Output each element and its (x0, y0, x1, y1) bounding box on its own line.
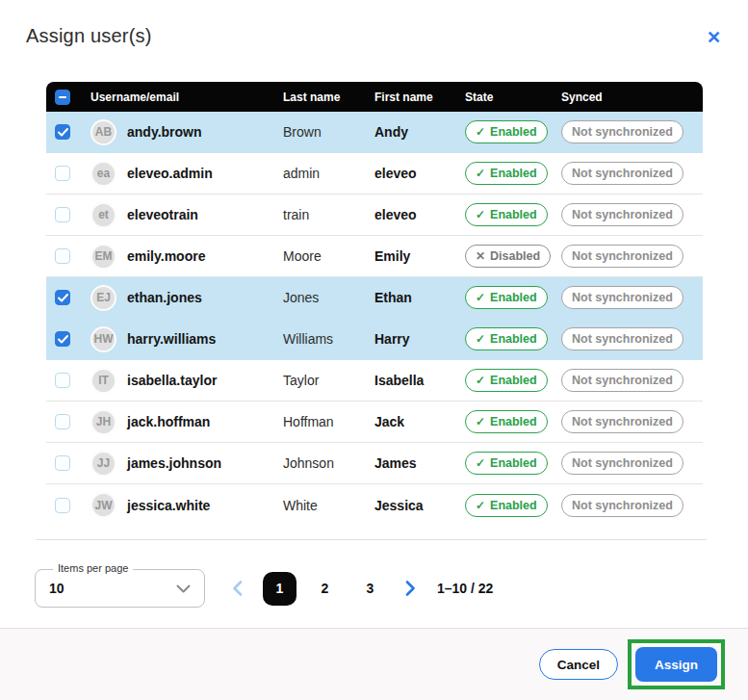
avatar: JW (90, 492, 116, 518)
table-row[interactable]: JJ james.johnson Johnson James ✓ Enabled… (46, 443, 703, 484)
table-row[interactable]: AB andy.brown Brown Andy ✓ Enabled Not s… (46, 112, 703, 153)
col-header-state[interactable]: State (465, 91, 561, 104)
dialog-title: Assign user(s) (26, 25, 152, 47)
state-badge: ✓ Enabled (465, 452, 548, 475)
first-name-text: eleveo (374, 207, 465, 222)
synced-badge: Not synchronized (561, 120, 684, 143)
username-text: ethan.jones (127, 290, 202, 305)
first-name-text: eleveo (374, 166, 465, 181)
row-checkbox[interactable] (55, 455, 70, 471)
page-range-text: 1–10 / 22 (437, 581, 493, 596)
row-checkbox[interactable] (55, 373, 70, 388)
avatar: HW (90, 326, 116, 352)
state-badge: ✓ Enabled (465, 327, 548, 350)
avatar: EM (90, 244, 116, 270)
avatar: JJ (90, 451, 116, 477)
row-checkbox[interactable] (55, 290, 70, 305)
username-text: jack.hoffman (127, 414, 210, 429)
state-badge: ✓ Enabled (465, 162, 548, 185)
page-button-1[interactable]: 1 (263, 572, 297, 606)
table-row[interactable]: IT isabella.taylor Taylor Isabella ✓ Ena… (46, 360, 703, 402)
avatar: ea (90, 161, 116, 187)
username-text: andy.brown (127, 124, 202, 140)
first-name-text: Jack (374, 414, 465, 429)
state-label: Enabled (490, 167, 537, 180)
users-table: Username/email Last name First name Stat… (46, 82, 703, 526)
row-checkbox[interactable] (55, 124, 70, 140)
first-name-text: James (374, 455, 465, 471)
table-row[interactable]: HW harry.williams Williams Harry ✓ Enabl… (46, 319, 703, 360)
divider (36, 539, 707, 540)
avatar: IT (90, 368, 116, 394)
state-label: Enabled (490, 332, 537, 346)
first-name-text: Andy (374, 124, 465, 140)
last-name-text: Taylor (283, 373, 374, 388)
synced-badge: Not synchronized (561, 452, 684, 475)
first-name-text: Jessica (374, 498, 465, 513)
state-icon: ✓ (476, 168, 485, 179)
synced-badge: Not synchronized (561, 162, 684, 185)
next-page-icon[interactable] (399, 577, 422, 600)
username-text: james.johnson (127, 455, 221, 471)
dialog-footer: Cancel Assign (0, 628, 748, 700)
username-text: eleveo.admin (127, 166, 213, 181)
username-text: emily.moore (127, 248, 205, 264)
state-badge: ✓ Enabled (465, 120, 548, 143)
row-checkbox[interactable] (55, 414, 70, 429)
last-name-text: Brown (283, 124, 374, 140)
first-name-text: Emily (374, 248, 465, 264)
state-badge: ✓ Enabled (465, 203, 548, 226)
col-header-synced[interactable]: Synced (561, 91, 703, 104)
close-icon[interactable]: ✕ (703, 25, 725, 50)
table-row[interactable]: EJ ethan.jones Jones Ethan ✓ Enabled Not… (46, 277, 703, 319)
first-name-text: Ethan (374, 290, 465, 305)
last-name-text: admin (283, 166, 374, 181)
assign-button-highlight: Assign (628, 639, 725, 689)
select-all-checkbox[interactable] (55, 90, 70, 105)
state-badge: ✓ Enabled (465, 410, 548, 433)
col-header-username[interactable]: Username/email (90, 91, 283, 104)
table-row[interactable]: et eleveotrain train eleveo ✓ Enabled No… (46, 194, 703, 236)
page-button-3[interactable]: 3 (353, 572, 387, 606)
last-name-text: Hoffman (283, 414, 374, 429)
table-header-row: Username/email Last name First name Stat… (46, 82, 703, 112)
synced-badge: Not synchronized (561, 369, 684, 392)
row-checkbox[interactable] (55, 207, 70, 222)
state-label: Enabled (490, 456, 537, 470)
dialog-header: Assign user(s) ✕ (0, 0, 748, 50)
state-badge: ✓ Enabled (465, 286, 548, 309)
row-checkbox[interactable] (55, 166, 70, 181)
col-header-firstname[interactable]: First name (374, 91, 465, 104)
table-row[interactable]: ea eleveo.admin admin eleveo ✓ Enabled N… (46, 153, 703, 194)
first-name-text: Isabella (374, 373, 465, 388)
page-button-2[interactable]: 2 (308, 572, 342, 606)
state-label: Enabled (490, 374, 537, 387)
table-row[interactable]: EM emily.moore Moore Emily ✕ Disabled No… (46, 236, 703, 277)
table-row[interactable]: JH jack.hoffman Hoffman Jack ✓ Enabled N… (46, 402, 703, 443)
pagination-bar: Items per page 10 1 2 3 1–10 / 22 (35, 569, 748, 608)
items-per-page-select[interactable]: Items per page 10 (35, 569, 205, 608)
cancel-button[interactable]: Cancel (539, 649, 618, 680)
state-icon: ✓ (476, 457, 485, 469)
avatar: JH (90, 409, 116, 435)
avatar: AB (90, 119, 116, 145)
state-label: Enabled (490, 291, 537, 304)
col-header-lastname[interactable]: Last name (283, 91, 374, 104)
synced-badge: Not synchronized (561, 286, 684, 309)
prev-page-icon[interactable] (226, 577, 249, 600)
row-checkbox[interactable] (55, 331, 70, 347)
state-badge: ✓ Enabled (465, 494, 548, 517)
row-checkbox[interactable] (55, 498, 70, 513)
last-name-text: Johnson (283, 455, 374, 471)
state-icon: ✓ (476, 416, 485, 428)
table-row[interactable]: JW jessica.white White Jessica ✓ Enabled… (46, 484, 703, 526)
state-label: Disabled (490, 249, 540, 263)
synced-badge: Not synchronized (561, 203, 684, 226)
last-name-text: White (283, 498, 374, 513)
assign-button[interactable]: Assign (635, 647, 717, 682)
state-label: Enabled (490, 125, 537, 139)
synced-badge: Not synchronized (561, 494, 684, 517)
username-text: eleveotrain (127, 207, 198, 222)
row-checkbox[interactable] (55, 248, 70, 264)
state-label: Enabled (490, 415, 537, 428)
